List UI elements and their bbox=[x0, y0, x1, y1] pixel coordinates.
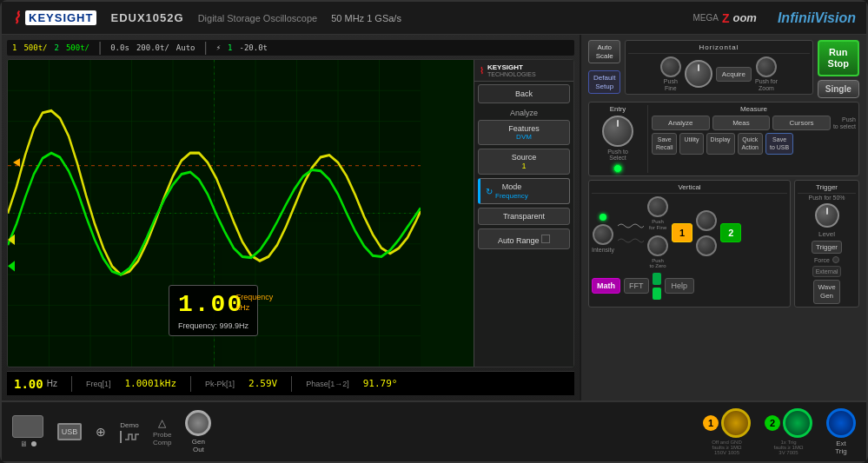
horiz-main-knob[interactable] bbox=[685, 60, 712, 88]
push-to-select-label: Pushto select bbox=[833, 116, 856, 131]
math-button[interactable]: Math bbox=[592, 278, 620, 294]
features-button[interactable]: Features DVM bbox=[478, 120, 570, 145]
entry-section: Entry Push to Select bbox=[592, 105, 648, 173]
menu-brand-tech: TECHNOLOGIES bbox=[487, 71, 536, 77]
ch2-bnc-connector[interactable] bbox=[783, 408, 812, 438]
demo-pin1 bbox=[120, 431, 122, 443]
save-usb-button[interactable]: Save to USB bbox=[765, 133, 793, 155]
zoom-knob[interactable] bbox=[756, 56, 777, 77]
fft-button[interactable]: FFT bbox=[624, 278, 649, 294]
utility-button[interactable]: Utility bbox=[679, 133, 703, 155]
entry-led bbox=[613, 164, 622, 173]
trigger-button[interactable]: Trigger bbox=[812, 241, 842, 254]
demo-wave-icon bbox=[125, 431, 139, 443]
trigger-pos: -20.0t bbox=[240, 43, 268, 52]
freq-text: Frequency: 999.9Hz bbox=[178, 321, 248, 330]
back-button[interactable]: Back bbox=[478, 84, 570, 103]
ext-trig-area: Ext Trig bbox=[826, 408, 856, 455]
meas-item-freq-hz: 1.0001kHz bbox=[124, 378, 176, 389]
quick-action-button[interactable]: Quick Action bbox=[738, 133, 763, 155]
usb-icon: USB bbox=[62, 427, 78, 436]
ch2-button[interactable]: 2 bbox=[720, 223, 741, 242]
meas-item-freq-value: 1.00 Hz bbox=[14, 377, 57, 391]
ch1-indicator-num: 1 bbox=[12, 43, 17, 52]
trigger-label: Trigger bbox=[798, 183, 856, 194]
push-50-label: Push for 50% bbox=[798, 195, 856, 201]
ch1-spec-text: Off and GND faults ≥ 1MΩ 150V 1005 bbox=[712, 440, 742, 455]
ch2-pos-knob[interactable] bbox=[696, 235, 717, 256]
usb-port-area: USB bbox=[57, 423, 82, 440]
mode-status: Auto bbox=[176, 43, 195, 52]
horiz-controls: Push Fine Acquire Push for Zoom bbox=[628, 56, 809, 91]
mode-arrow-icon: ↻ bbox=[486, 187, 493, 196]
ch1-bnc-connector[interactable] bbox=[721, 408, 751, 438]
acquire-btn-area: Acquire bbox=[716, 67, 752, 82]
mode-button[interactable]: ↻ Mode Frequency bbox=[478, 178, 570, 204]
trigger-symbol: ⚡ bbox=[216, 43, 221, 52]
meas-phase-label: Phase[1→2] bbox=[306, 380, 349, 388]
entry-knob[interactable] bbox=[602, 116, 633, 147]
top-controls-row: Auto Scale Default Setup Horizontal Push… bbox=[588, 40, 859, 98]
demo-area: Demo bbox=[120, 421, 139, 443]
logo-area: ⌇ KEYSIGHT bbox=[12, 9, 96, 28]
ch1-bnc-area: 1 Off and GND faults ≥ 1MΩ 150V 1005 bbox=[703, 408, 751, 455]
ch1-pos-knob[interactable] bbox=[647, 235, 668, 256]
meas-button[interactable]: Meas bbox=[712, 116, 771, 130]
intensity-led bbox=[600, 214, 606, 221]
meas-phase-val: 91.79° bbox=[363, 378, 398, 389]
ext-trig-bnc[interactable] bbox=[826, 408, 856, 438]
force-label: Force bbox=[814, 257, 830, 263]
wave-deco1 bbox=[618, 219, 644, 232]
transparent-button[interactable]: Transparent bbox=[478, 208, 570, 225]
default-setup-button[interactable]: Default Setup bbox=[588, 70, 620, 94]
trigger-level-knob[interactable] bbox=[815, 203, 839, 228]
auto-range-button[interactable]: Auto Range bbox=[478, 228, 570, 249]
status-dot bbox=[31, 441, 36, 446]
top-bar: ⌇ KEYSIGHT EDUX1052G Digital Storage Osc… bbox=[2, 2, 866, 35]
single-button[interactable]: Single bbox=[818, 80, 859, 98]
probe-comp-connector: △ bbox=[158, 417, 166, 429]
acquire-button[interactable]: Acquire bbox=[716, 67, 752, 82]
cursors-button[interactable]: Cursors bbox=[772, 116, 831, 130]
display-menu: ⌇ KEYSIGHT TECHNOLOGIES Back Analyze bbox=[474, 60, 573, 367]
probe-comp-area: △ Probe Comp bbox=[153, 417, 171, 446]
intensity-knob[interactable] bbox=[593, 224, 613, 245]
meas-pkpk-val: 2.59V bbox=[248, 378, 277, 389]
ch2-knob-group bbox=[696, 210, 717, 256]
push-select-label: Push to Select bbox=[607, 149, 628, 161]
entry-knob-area: Push to Select bbox=[592, 116, 644, 173]
analyze-button[interactable]: Analyze bbox=[652, 116, 710, 130]
meas-pkpk-label: Pk-Pk[1] bbox=[205, 380, 235, 388]
horizontal-label: Horizontal bbox=[628, 43, 809, 54]
usb-port[interactable]: USB bbox=[57, 423, 82, 440]
push-fine-knob[interactable] bbox=[660, 56, 681, 77]
bottom-panel: 🖥 USB ⊕ Demo △ bbox=[2, 400, 866, 461]
external-button[interactable]: External bbox=[812, 266, 842, 277]
gen-out-bnc[interactable] bbox=[185, 410, 211, 436]
description-text: Digital Storage Oscilloscope bbox=[198, 13, 318, 23]
demo-label: Demo bbox=[120, 421, 138, 429]
control-panel: Auto Scale Default Setup Horizontal Push… bbox=[580, 35, 866, 400]
oscilloscope: ⌇ KEYSIGHT EDUX1052G Digital Storage Osc… bbox=[0, 0, 868, 463]
auto-range-checkbox bbox=[541, 235, 550, 243]
ch2-vol-knob[interactable] bbox=[696, 210, 717, 231]
entry-measure-section: Entry Push to Select Measure Analyze Me bbox=[588, 102, 859, 176]
save-recall-button[interactable]: Save Recall bbox=[652, 133, 677, 155]
auto-scale-button[interactable]: Auto Scale bbox=[588, 40, 620, 63]
source-button[interactable]: Source 1 bbox=[478, 149, 570, 175]
power-button[interactable] bbox=[12, 415, 43, 438]
ch1-vol-knob[interactable] bbox=[647, 196, 668, 217]
run-stop-button[interactable]: Run Stop bbox=[818, 40, 859, 76]
ch1-button[interactable]: 1 bbox=[672, 223, 692, 242]
hdd-icon: 🖥 bbox=[20, 440, 28, 448]
ch2-led-indicator bbox=[653, 288, 661, 300]
trigger-knob-col: Level Trigger Force External Wave Gen bbox=[798, 203, 856, 303]
meas-item-phase-val: 91.79° bbox=[363, 378, 398, 389]
display-menu-items: Back Analyze Features DVM Source 1 bbox=[474, 82, 573, 367]
help-button[interactable]: Help bbox=[665, 278, 695, 294]
wave-gen-button[interactable]: Wave Gen bbox=[813, 280, 839, 303]
menu-logo-wave: ⌇ bbox=[480, 66, 484, 76]
intensity-label: Intensity bbox=[592, 247, 614, 253]
display-button[interactable]: Display bbox=[706, 133, 735, 155]
freq-value: 1.00 bbox=[178, 291, 243, 318]
